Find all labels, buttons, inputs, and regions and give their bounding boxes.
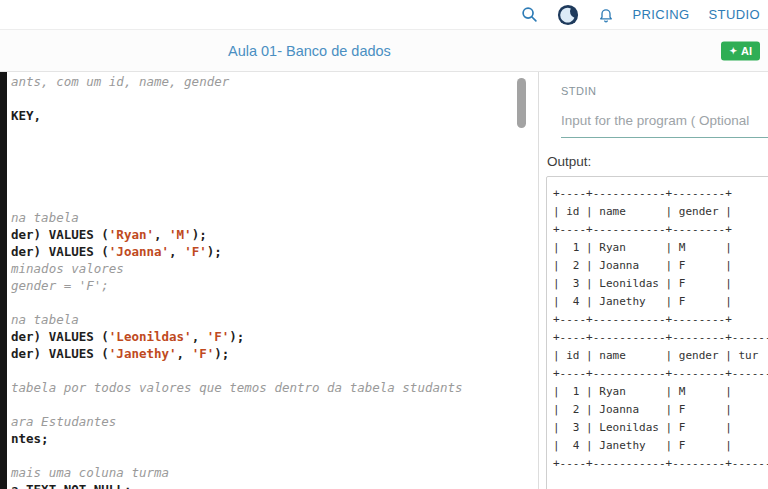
scrollbar-thumb[interactable] <box>517 78 526 128</box>
code-line <box>7 90 538 107</box>
nav-link-studio[interactable]: STUDIO <box>708 7 760 22</box>
code-line <box>7 362 538 379</box>
code-line: der) VALUES ('Joanna', 'F'); <box>7 243 538 260</box>
nav-link-pricing[interactable]: PRICING <box>633 7 690 22</box>
io-panel: STDIN Output: +----+-----------+--------… <box>539 72 768 489</box>
theme-toggle-icon[interactable] <box>557 4 579 26</box>
title-bar: Aula 01- Banco de dados ✦ AI <box>0 30 768 72</box>
output-label: Output: <box>547 154 591 169</box>
ai-button-label: AI <box>741 44 752 56</box>
ai-button[interactable]: ✦ AI <box>721 41 760 60</box>
sparkle-icon: ✦ <box>729 45 737 55</box>
code-editor[interactable]: ants, com um id, name, genderKEY,na tabe… <box>0 72 538 489</box>
stdin-input[interactable] <box>561 104 768 138</box>
app-window: PRICING STUDIO Aula 01- Banco de dados ✦… <box>0 0 768 489</box>
code-lines: ants, com um id, name, genderKEY,na tabe… <box>7 73 538 489</box>
code-line: na tabela <box>7 209 538 226</box>
code-line: tabela por todos valores que temos dentr… <box>7 379 538 396</box>
notifications-bell-icon[interactable] <box>598 6 614 23</box>
page-title: Aula 01- Banco de dados <box>228 43 391 59</box>
code-line: der) VALUES ('Janethy', 'F'); <box>7 345 538 362</box>
output-box: +----+-----------+--------+ | id | name … <box>546 176 768 489</box>
code-line: minados valores <box>7 260 538 277</box>
code-line <box>7 447 538 464</box>
code-line: ants, com um id, name, gender <box>7 73 538 90</box>
code-line <box>7 124 538 141</box>
code-line: gender = 'F'; <box>7 277 538 294</box>
code-line <box>7 158 538 175</box>
editor-scrollbar[interactable] <box>517 72 526 489</box>
code-line: KEY, <box>7 107 538 124</box>
code-line <box>7 192 538 209</box>
code-line <box>7 141 538 158</box>
code-line: der) VALUES ('Ryan', 'M'); <box>7 226 538 243</box>
stdin-label: STDIN <box>561 85 597 97</box>
search-icon[interactable] <box>521 6 538 23</box>
code-line <box>7 175 538 192</box>
code-line: ara Estudantes <box>7 413 538 430</box>
code-line: mais uma coluna turma <box>7 464 538 481</box>
code-line: der) VALUES ('Leonildas', 'F'); <box>7 328 538 345</box>
top-navbar: PRICING STUDIO <box>0 0 768 30</box>
code-line: ntes; <box>7 430 538 447</box>
code-line <box>7 294 538 311</box>
code-line: a TEXT NOT NULL; <box>7 481 538 489</box>
code-line: na tabela <box>7 311 538 328</box>
code-line <box>7 396 538 413</box>
editor-gutter <box>0 72 7 489</box>
output-text: +----+-----------+--------+ | id | name … <box>553 185 768 473</box>
